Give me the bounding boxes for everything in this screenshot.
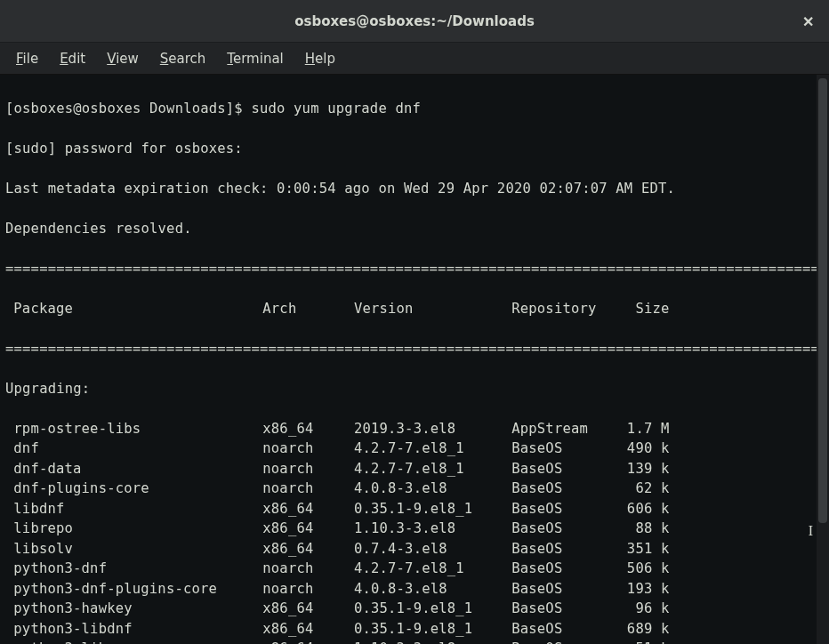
pkg-name: rpm-ostree-libs	[13, 419, 262, 439]
pkg-repo: BaseOS	[511, 639, 619, 644]
pkg-repo: BaseOS	[511, 439, 619, 459]
separator-mid: ========================================…	[5, 339, 811, 359]
menubar: File Edit View Search Terminal Help	[0, 43, 829, 75]
pkg-version: 0.35.1-9.el8_1	[354, 499, 511, 519]
terminal-container: [osboxes@osboxes Downloads]$ sudo yum up…	[0, 75, 829, 644]
pkg-name: dnf	[13, 439, 262, 459]
pkg-arch: noarch	[262, 559, 354, 579]
package-row: dnfnoarch4.2.7-7.el8_1BaseOS490 k	[5, 439, 811, 459]
menu-edit[interactable]: Edit	[51, 47, 94, 70]
package-row: libsolvx86_640.7.4-3.el8BaseOS351 k	[5, 539, 811, 559]
pkg-arch: noarch	[262, 459, 354, 479]
pkg-arch: x86_64	[262, 419, 354, 439]
pkg-repo: BaseOS	[511, 459, 619, 479]
pkg-size: 1.7 M	[620, 419, 670, 439]
pkg-arch: noarch	[262, 579, 354, 600]
hdr-arch: Arch	[262, 299, 354, 319]
hdr-package: Package	[13, 299, 262, 319]
pkg-repo: BaseOS	[511, 519, 619, 539]
package-row: rpm-ostree-libsx86_642019.3-3.el8AppStre…	[5, 419, 811, 439]
package-row: dnf-plugins-corenoarch4.0.8-3.el8BaseOS6…	[5, 479, 811, 499]
pkg-repo: AppStream	[511, 419, 619, 439]
pkg-arch: x86_64	[262, 519, 354, 539]
pkg-name: python3-hawkey	[13, 599, 262, 619]
package-row: librepox86_641.10.3-3.el8BaseOS88 k	[5, 519, 811, 539]
menu-search[interactable]: Search	[151, 47, 215, 70]
pkg-repo: BaseOS	[511, 619, 619, 640]
pkg-version: 0.7.4-3.el8	[354, 539, 511, 559]
hdr-size: Size	[620, 299, 670, 319]
pkg-size: 689 k	[620, 619, 670, 640]
pkg-name: libdnf	[13, 499, 262, 519]
deps-line: Dependencies resolved.	[5, 219, 811, 239]
pkg-name: librepo	[13, 519, 262, 539]
package-row: python3-hawkeyx86_640.35.1-9.el8_1BaseOS…	[5, 599, 811, 619]
sudo-line: [sudo] password for osboxes:	[5, 139, 811, 159]
menu-help[interactable]: Help	[296, 47, 344, 70]
pkg-version: 4.2.7-7.el8_1	[354, 439, 511, 459]
pkg-size: 193 k	[620, 579, 670, 600]
package-row: libdnfx86_640.35.1-9.el8_1BaseOS606 k	[5, 499, 811, 519]
pkg-arch: x86_64	[262, 499, 354, 519]
pkg-repo: BaseOS	[511, 499, 619, 519]
pkg-arch: noarch	[262, 439, 354, 459]
pkg-version: 1.10.3-3.el8	[354, 639, 511, 644]
ibeam-cursor-icon: I	[809, 523, 813, 539]
pkg-size: 62 k	[620, 479, 670, 499]
package-row: python3-dnfnoarch4.2.7-7.el8_1BaseOS506 …	[5, 559, 811, 579]
pkg-version: 0.35.1-9.el8_1	[354, 599, 511, 619]
pkg-name: dnf-data	[13, 459, 262, 479]
package-row: python3-libdnfx86_640.35.1-9.el8_1BaseOS…	[5, 619, 811, 640]
pkg-repo: BaseOS	[511, 479, 619, 499]
pkg-arch: x86_64	[262, 639, 354, 644]
pkg-name: python3-libdnf	[13, 619, 262, 640]
scrollbar-thumb[interactable]	[818, 78, 827, 523]
package-row: python3-dnf-plugins-corenoarch4.0.8-3.el…	[5, 579, 811, 600]
menu-file[interactable]: File	[7, 47, 47, 70]
pkg-repo: BaseOS	[511, 599, 619, 619]
pkg-name: python3-dnf	[13, 559, 262, 579]
window-title: osboxes@osboxes:~/Downloads	[294, 13, 535, 29]
pkg-size: 51 k	[620, 639, 670, 644]
titlebar: osboxes@osboxes:~/Downloads ✕	[0, 0, 829, 43]
package-row: python3-librepox86_641.10.3-3.el8BaseOS5…	[5, 639, 811, 644]
pkg-size: 351 k	[620, 539, 670, 559]
pkg-size: 506 k	[620, 559, 670, 579]
pkg-size: 96 k	[620, 599, 670, 619]
hdr-repo: Repository	[511, 299, 619, 319]
pkg-size: 606 k	[620, 499, 670, 519]
header-row: PackageArchVersionRepositorySize	[5, 299, 811, 319]
pkg-repo: BaseOS	[511, 539, 619, 559]
close-button[interactable]: ✕	[797, 11, 818, 32]
pkg-version: 1.10.3-3.el8	[354, 519, 511, 539]
pkg-version: 4.2.7-7.el8_1	[354, 459, 511, 479]
pkg-version: 2019.3-3.el8	[354, 419, 511, 439]
pkg-repo: BaseOS	[511, 579, 619, 600]
menu-view[interactable]: View	[98, 47, 148, 70]
pkg-size: 490 k	[620, 439, 670, 459]
pkg-name: python3-librepo	[13, 639, 262, 644]
separator-top: ========================================…	[5, 259, 811, 279]
pkg-arch: x86_64	[262, 619, 354, 640]
metadata-line: Last metadata expiration check: 0:00:54 …	[5, 179, 811, 199]
upgrading-label: Upgrading:	[5, 379, 811, 399]
pkg-arch: noarch	[262, 479, 354, 499]
terminal-output[interactable]: [osboxes@osboxes Downloads]$ sudo yum up…	[0, 75, 817, 644]
prompt-line: [osboxes@osboxes Downloads]$ sudo yum up…	[5, 99, 811, 119]
pkg-version: 4.2.7-7.el8_1	[354, 559, 511, 579]
pkg-version: 0.35.1-9.el8_1	[354, 619, 511, 640]
package-row: dnf-datanoarch4.2.7-7.el8_1BaseOS139 k	[5, 459, 811, 479]
pkg-version: 4.0.8-3.el8	[354, 479, 511, 499]
pkg-arch: x86_64	[262, 539, 354, 559]
pkg-arch: x86_64	[262, 599, 354, 619]
pkg-name: libsolv	[13, 539, 262, 559]
pkg-size: 88 k	[620, 519, 670, 539]
menu-terminal[interactable]: Terminal	[218, 47, 292, 70]
pkg-name: dnf-plugins-core	[13, 479, 262, 499]
pkg-version: 4.0.8-3.el8	[354, 579, 511, 600]
pkg-size: 139 k	[620, 459, 670, 479]
pkg-name: python3-dnf-plugins-core	[13, 579, 262, 600]
scrollbar[interactable]	[817, 75, 829, 644]
hdr-version: Version	[354, 299, 511, 319]
pkg-repo: BaseOS	[511, 559, 619, 579]
